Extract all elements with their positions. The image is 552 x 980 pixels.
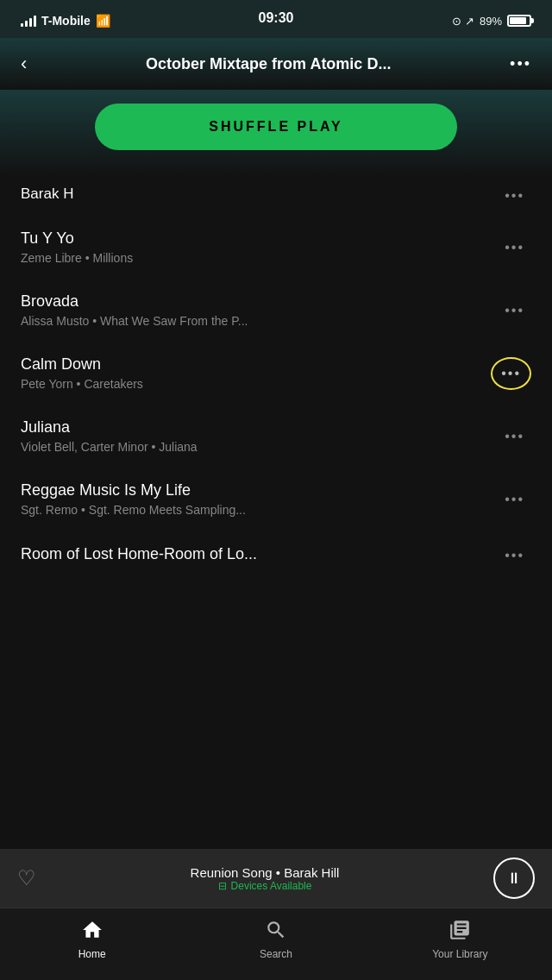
now-playing-left: ♡: [17, 866, 36, 890]
song-meta: Violet Bell, Carter Minor • Juliana: [21, 440, 498, 454]
location-icon: ⊙ ↗: [452, 15, 474, 28]
now-playing-bar: ♡ Reunion Song • Barak Hill ⊟ Devices Av…: [0, 849, 552, 908]
song-more-button[interactable]: •••: [498, 236, 531, 259]
song-info: Room of Lost Home-Room of Lo...: [21, 545, 498, 567]
song-meta: Pete Yorn • Caretakers: [21, 377, 491, 391]
nav-item-search[interactable]: Search: [184, 919, 367, 960]
song-meta: Sgt. Remo • Sgt. Remo Meets Sampling...: [21, 503, 498, 517]
devices-icon: ⊟: [218, 880, 227, 892]
shuffle-play-button[interactable]: SHUFFLE PLAY: [95, 104, 457, 150]
song-more-button[interactable]: •••: [498, 299, 531, 322]
song-more-button[interactable]: •••: [498, 544, 531, 567]
song-info: Brovada Alissa Musto • What We Saw From …: [21, 292, 498, 328]
song-more-button-partial[interactable]: •••: [498, 185, 531, 207]
home-icon: [81, 919, 104, 945]
nav-label-library: Your Library: [432, 948, 487, 960]
wifi-icon: 📶: [96, 14, 110, 28]
song-info: Calm Down Pete Yorn • Caretakers: [21, 355, 491, 391]
list-item: Reggae Music Is My Life Sgt. Remo • Sgt.…: [0, 468, 552, 531]
status-time: 09:30: [259, 10, 294, 26]
list-item: Room of Lost Home-Room of Lo... •••: [0, 531, 552, 581]
song-list: Barak H ••• Tu Y Yo Zeme Libre • Million…: [0, 176, 552, 589]
song-title: Calm Down: [21, 355, 491, 374]
song-title: Tu Y Yo: [21, 229, 498, 248]
list-item: Brovada Alissa Musto • What We Saw From …: [0, 279, 552, 342]
song-info: Reggae Music Is My Life Sgt. Remo • Sgt.…: [21, 481, 498, 517]
song-title-partial: Barak H: [21, 185, 73, 203]
nav-item-home[interactable]: Home: [0, 919, 184, 960]
now-playing-info: Reunion Song • Barak Hill ⊟ Devices Avai…: [191, 865, 340, 892]
header-more-button[interactable]: •••: [510, 55, 531, 73]
battery-pct: 89%: [480, 15, 502, 28]
pause-button[interactable]: ⏸: [493, 858, 535, 899]
song-info: Juliana Violet Bell, Carter Minor • Juli…: [21, 418, 498, 454]
list-item: Calm Down Pete Yorn • Caretakers •••: [0, 342, 552, 405]
song-title: Juliana: [21, 418, 498, 437]
song-info: Tu Y Yo Zeme Libre • Millions: [21, 229, 498, 265]
status-left: T-Mobile 📶: [21, 14, 110, 28]
song-title: Room of Lost Home-Room of Lo...: [21, 545, 498, 563]
carrier-label: T-Mobile: [41, 14, 91, 28]
song-more-button-highlighted[interactable]: •••: [491, 357, 531, 390]
now-playing-title: Reunion Song • Barak Hill: [191, 865, 340, 880]
song-more-button[interactable]: •••: [498, 488, 531, 511]
song-title: Reggae Music Is My Life: [21, 481, 498, 499]
like-button[interactable]: ♡: [17, 866, 36, 890]
bottom-nav: Home Search Your Library: [0, 908, 552, 980]
search-icon: [265, 919, 287, 945]
song-more-button[interactable]: •••: [498, 425, 531, 448]
list-item: Barak H •••: [0, 176, 552, 216]
song-title: Brovada: [21, 292, 498, 311]
nav-item-library[interactable]: Your Library: [368, 919, 552, 960]
list-item: Juliana Violet Bell, Carter Minor • Juli…: [0, 405, 552, 468]
header: ‹ October Mixtape from Atomic D... •••: [0, 38, 552, 90]
page-title: October Mixtape from Atomic D...: [41, 55, 496, 73]
library-icon: [448, 919, 471, 945]
song-meta: Zeme Libre • Millions: [21, 251, 498, 265]
shuffle-container: SHUFFLE PLAY: [0, 90, 552, 176]
battery-icon: [507, 15, 531, 27]
back-button[interactable]: ‹: [21, 53, 27, 75]
nav-label-home: Home: [78, 948, 106, 960]
now-playing-devices: ⊟ Devices Available: [191, 880, 340, 892]
song-meta: Alissa Musto • What We Saw From the P...: [21, 314, 498, 328]
status-bar: T-Mobile 📶 09:30 ⊙ ↗ 89%: [0, 0, 552, 38]
pause-icon: ⏸: [506, 870, 522, 888]
signal-icon: [21, 15, 36, 27]
status-right: ⊙ ↗ 89%: [452, 15, 531, 28]
list-item: Tu Y Yo Zeme Libre • Millions •••: [0, 216, 552, 279]
nav-label-search: Search: [260, 948, 292, 960]
